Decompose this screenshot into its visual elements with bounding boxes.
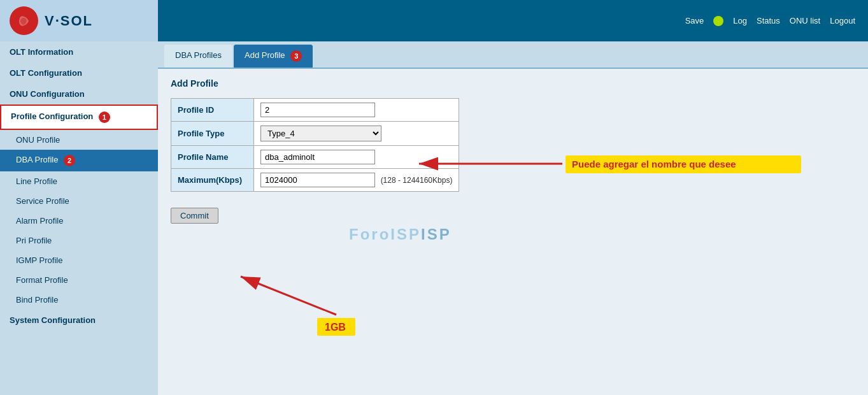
section-title: Add Profile — [171, 78, 855, 89]
svg-rect-7 — [317, 318, 355, 336]
sidebar-subitem-bind-profile[interactable]: Bind Profile — [0, 290, 158, 310]
sidebar-item-olt-info[interactable]: OLT Information — [0, 41, 158, 62]
content-area: Add Profile Profile ID Profile Type — [158, 69, 868, 233]
log-link[interactable]: Log — [733, 16, 747, 25]
commit-button[interactable]: Commit — [171, 208, 218, 224]
tab-dba-profiles[interactable]: DBA Profiles — [164, 45, 232, 68]
svg-rect-3 — [566, 155, 801, 173]
sidebar-subitem-onu-profile[interactable]: ONU Profile — [0, 130, 158, 150]
profile-id-label: Profile ID — [171, 99, 254, 122]
profile-type-select[interactable]: Type_1 Type_2 Type_3 Type_4 Type_5 — [260, 126, 381, 141]
maximum-input[interactable] — [260, 173, 375, 187]
profile-type-label: Profile Type — [171, 122, 254, 146]
svg-text:Puede agregar el nombre que de: Puede agregar el nombre que desee — [572, 159, 736, 169]
add-profile-badge: 3 — [290, 50, 302, 62]
maximum-label: Maximum(Kbps) — [171, 169, 254, 192]
profile-id-input[interactable] — [260, 103, 375, 117]
profile-type-cell: Type_1 Type_2 Type_3 Type_4 Type_5 — [254, 122, 459, 146]
svg-text:1GB: 1GB — [325, 322, 346, 333]
foro-watermark: ForoISPISP — [349, 226, 452, 243]
tab-add-profile[interactable]: Add Profile 3 — [234, 45, 313, 68]
sidebar-subitem-format-profile[interactable]: Format Profile — [0, 270, 158, 290]
save-button[interactable]: Save — [685, 16, 704, 25]
sidebar-subitem-dba-profile[interactable]: DBA Profile 2 — [0, 150, 158, 171]
add-profile-form: Profile ID Profile Type Type_1 Type_2 — [171, 98, 459, 192]
svg-line-6 — [241, 276, 336, 315]
logo-text: V·SOL — [45, 13, 93, 29]
profile-name-input[interactable] — [260, 150, 375, 164]
sidebar-subitem-line-profile[interactable]: Line Profile — [0, 171, 158, 191]
sidebar-item-system-config[interactable]: System Configuration — [0, 310, 158, 331]
logo-icon — [10, 6, 38, 35]
main-content: DBA Profiles Add Profile 3 Add Profile P… — [158, 41, 868, 395]
dba-profile-badge: 2 — [64, 155, 75, 166]
profile-id-cell — [254, 99, 459, 122]
sidebar-subitem-alarm-profile[interactable]: Alarm Profile — [0, 211, 158, 231]
sidebar-item-olt-config[interactable]: OLT Configuration — [0, 62, 158, 83]
sidebar-subitem-service-profile[interactable]: Service Profile — [0, 191, 158, 211]
onu-list-link[interactable]: ONU list — [790, 16, 820, 25]
profile-name-label: Profile Name — [171, 146, 254, 169]
sidebar: OLT Information OLT Configuration ONU Co… — [0, 41, 158, 395]
logo-area: V·SOL — [0, 0, 158, 41]
sidebar-item-onu-config[interactable]: ONU Configuration — [0, 83, 158, 104]
logout-link[interactable]: Logout — [830, 16, 855, 25]
tab-bar: DBA Profiles Add Profile 3 — [158, 41, 868, 69]
status-indicator — [713, 16, 723, 26]
profile-name-cell — [254, 146, 459, 169]
status-link[interactable]: Status — [757, 16, 780, 25]
sidebar-subitem-igmp-profile[interactable]: IGMP Profile — [0, 250, 158, 270]
sidebar-item-profile-config[interactable]: Profile Configuration 1 — [0, 104, 158, 130]
sidebar-subitem-pri-profile[interactable]: Pri Profile — [0, 231, 158, 250]
maximum-cell: (128 - 1244160Kbps) — [254, 169, 459, 192]
profile-config-badge: 1 — [99, 111, 110, 123]
range-text: (128 - 1244160Kbps) — [378, 176, 453, 185]
